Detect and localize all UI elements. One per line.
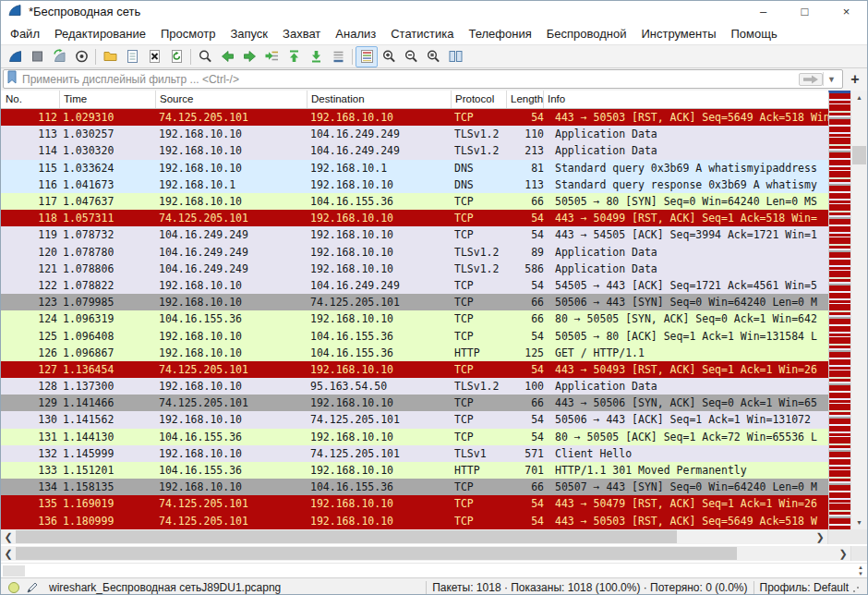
filter-apply-button[interactable] [799, 73, 823, 86]
scroll-down-icon[interactable]: ▼ [851, 516, 867, 529]
scroll-up-icon[interactable]: ▲ [851, 91, 867, 104]
reload-file-icon[interactable] [165, 46, 187, 67]
display-filter-input[interactable]: Применить дисплейный фильтр ... <Ctrl-/>… [3, 69, 843, 89]
packet-row[interactable]: 1281.137300192.168.10.1095.163.54.50TLSv… [1, 378, 828, 395]
colorize-packets-icon[interactable] [356, 46, 378, 67]
column-header-no[interactable]: No. [1, 91, 60, 108]
scroll-right-icon[interactable]: ❯ [813, 529, 827, 544]
packet-cell-dst: 95.163.54.50 [307, 380, 452, 393]
zoom-in-icon[interactable] [378, 46, 400, 67]
expert-info-icon[interactable] [5, 579, 23, 595]
menu-item-8[interactable]: Беспроводной [539, 24, 634, 43]
menu-item-7[interactable]: Телефония [461, 24, 538, 43]
scroll-left-icon[interactable]: ❮ [1, 546, 16, 561]
packet-row[interactable]: 1141.030320192.168.10.10104.16.249.249TL… [1, 142, 828, 159]
scroll-right-icon[interactable]: ❯ [836, 546, 850, 561]
capture-options-icon[interactable] [70, 46, 92, 67]
go-bottom-icon[interactable] [305, 46, 327, 67]
go-top-icon[interactable] [283, 46, 305, 67]
column-header-source[interactable]: Source [156, 91, 307, 108]
packet-row[interactable]: 1341.158135192.168.10.10104.16.155.36TCP… [1, 479, 828, 495]
hscrollbar-thumb[interactable] [3, 565, 25, 577]
packet-cell-time: 1.141562 [60, 413, 156, 426]
menu-item-6[interactable]: Статистика [383, 24, 461, 43]
packet-row[interactable]: 1321.145999192.168.10.1074.125.205.101TL… [1, 445, 828, 462]
menu-item-9[interactable]: Инструменты [633, 24, 723, 43]
menu-item-0[interactable]: Файл [3, 24, 47, 43]
zoom-out-icon[interactable] [400, 46, 422, 67]
packet-row[interactable]: 1331.151201104.16.155.36192.168.10.10HTT… [1, 462, 828, 479]
packet-row[interactable]: 1211.078806104.16.249.249192.168.10.10TL… [1, 261, 828, 277]
maximize-button[interactable]: □ [784, 1, 826, 22]
packet-cell-src: 192.168.10.10 [156, 380, 307, 393]
menu-item-4[interactable]: Захват [275, 24, 328, 43]
packet-cell-proto: TCP [452, 480, 507, 493]
packet-cell-len: 81 [507, 162, 544, 175]
menu-item-10[interactable]: Помощь [724, 24, 785, 43]
save-file-icon[interactable] [121, 46, 143, 67]
resize-columns-icon[interactable] [444, 46, 466, 67]
column-header-protocol[interactable]: Protocol [452, 91, 507, 108]
open-file-icon[interactable] [99, 46, 121, 67]
collapsed-pane-scrollbar[interactable]: ▲▼ [1, 563, 867, 577]
detail-pane-hscrollbar[interactable]: ❮ ❯ [1, 546, 867, 561]
packet-minimap[interactable] [828, 91, 850, 529]
menu-item-5[interactable]: Анализ [328, 24, 383, 43]
packet-row[interactable]: 1261.096867192.168.10.10104.16.155.36HTT… [1, 345, 828, 361]
find-packet-icon[interactable] [194, 46, 216, 67]
mini-scroll-arrows-icon[interactable]: ▲▼ [858, 564, 863, 577]
packet-row[interactable]: 1311.144130104.16.155.36192.168.10.10TCP… [1, 429, 828, 445]
packet-row[interactable]: 1161.041673192.168.10.1192.168.10.10DNS1… [1, 176, 828, 193]
zoom-original-icon[interactable] [422, 46, 444, 67]
packet-row[interactable]: 1201.078780104.16.249.249192.168.10.10TL… [1, 244, 828, 261]
packet-cell-time: 1.096408 [60, 330, 156, 343]
packet-list-hscrollbar[interactable]: ❮ ❯ [1, 529, 867, 544]
packet-row[interactable]: 1151.033624192.168.10.10192.168.10.1DNS8… [1, 160, 828, 176]
start-capture-icon[interactable] [4, 46, 26, 67]
packet-cell-time: 1.030320 [60, 144, 156, 157]
packet-row[interactable]: 1231.079985192.168.10.1074.125.205.101TC… [1, 294, 828, 310]
packet-cell-len: 66 [507, 396, 544, 409]
go-to-packet-icon[interactable] [260, 46, 283, 67]
profile-label[interactable]: Профиль: Default [760, 581, 850, 594]
menu-item-2[interactable]: Просмотр [153, 24, 223, 43]
packet-row[interactable]: 1351.16901974.125.205.101192.168.10.10TC… [1, 495, 828, 512]
packet-row[interactable]: 1271.13645474.125.205.101192.168.10.10TC… [1, 361, 828, 378]
stop-capture-icon[interactable] [26, 46, 48, 67]
packet-row[interactable]: 1291.14146674.125.205.101192.168.10.10TC… [1, 395, 828, 411]
close-file-icon[interactable] [143, 46, 165, 67]
go-back-icon[interactable] [216, 46, 238, 67]
go-forward-icon[interactable] [238, 46, 260, 67]
hscrollbar-thumb[interactable] [16, 547, 737, 560]
packet-row[interactable]: 1301.141562192.168.10.1074.125.205.101TC… [1, 411, 828, 428]
minimize-button[interactable]: – [742, 1, 784, 22]
bookmark-icon[interactable] [6, 70, 18, 88]
packet-row[interactable]: 1181.05731174.125.205.101192.168.10.10TC… [1, 210, 828, 226]
resize-grip[interactable] [852, 580, 863, 595]
packet-row[interactable]: 1221.078822192.168.10.10104.16.249.249TC… [1, 277, 828, 294]
auto-scroll-icon[interactable] [327, 46, 349, 67]
menu-item-1[interactable]: Редактирование [47, 24, 153, 43]
packet-row[interactable]: 1121.02931074.125.205.101192.168.10.10TC… [1, 109, 828, 126]
packet-row[interactable]: 1361.18099974.125.205.101192.168.10.10TC… [1, 513, 828, 529]
column-header-destination[interactable]: Destination [307, 91, 452, 108]
vertical-scrollbar-thumb[interactable] [852, 146, 866, 164]
column-header-length[interactable]: Length [507, 91, 544, 108]
column-header-info[interactable]: Info [544, 91, 828, 108]
packet-cell-time: 1.033624 [60, 162, 156, 175]
packet-row[interactable]: 1171.047637192.168.10.10104.16.155.36TCP… [1, 193, 828, 210]
vertical-scrollbar[interactable]: ▲ ▼ [850, 91, 867, 529]
restart-capture-icon[interactable] [48, 46, 70, 67]
menu-item-3[interactable]: Запуск [223, 24, 275, 43]
scroll-left-icon[interactable]: ❮ [1, 529, 16, 544]
close-button[interactable]: × [826, 1, 867, 22]
capture-comment-icon[interactable] [23, 579, 42, 595]
packet-row[interactable]: 1131.030257192.168.10.10104.16.249.249TL… [1, 126, 828, 142]
packet-row[interactable]: 1191.078732104.16.249.249192.168.10.10TC… [1, 226, 828, 243]
packet-row[interactable]: 1241.096319104.16.155.36192.168.10.10TCP… [1, 310, 828, 327]
column-header-time[interactable]: Time [60, 91, 156, 108]
filter-add-button[interactable]: + [846, 69, 864, 89]
filter-dropdown-caret[interactable]: ▼ [823, 72, 839, 86]
packet-row[interactable]: 1251.096408192.168.10.10104.16.155.36TCP… [1, 327, 828, 344]
hscrollbar-thumb[interactable] [16, 530, 677, 543]
